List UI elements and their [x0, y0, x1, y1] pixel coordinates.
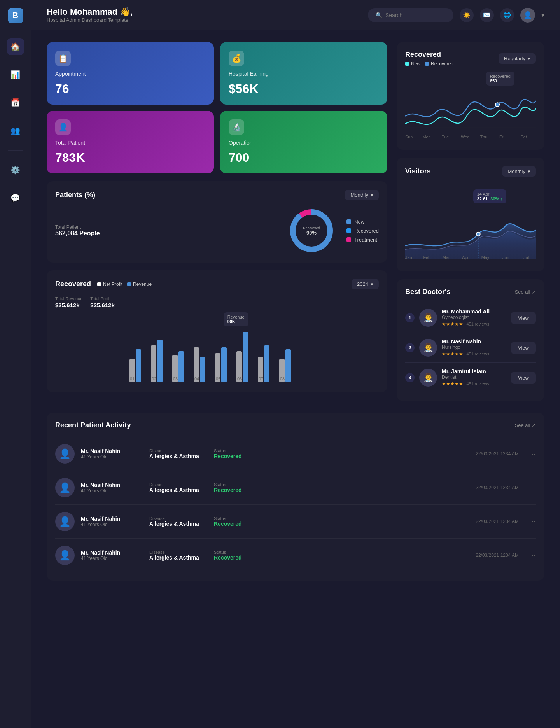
greeting-title: Hello Mohammad 👋,	[47, 7, 133, 17]
activity-row: 👤 Mr. Nasif Nahin 41 Years Old Disease A…	[55, 471, 536, 505]
header: Hello Mohammad 👋, Hospital Admin Dashboa…	[31, 0, 560, 30]
user-avatar[interactable]: 👤	[520, 8, 535, 23]
status-col-2: Status Recovered	[214, 482, 272, 493]
sun-icon[interactable]: ☀️	[460, 8, 474, 22]
sidebar-item-patients[interactable]: 👥	[7, 122, 24, 139]
chevron-down-icon[interactable]: ▾	[541, 11, 544, 19]
svg-text:Wed: Wed	[461, 135, 469, 139]
doctor-reviews-1: 451 reviews	[466, 322, 489, 326]
recovered-bar-dropdown[interactable]: 2024 ▾	[352, 279, 379, 289]
bar-legend: Net Profit Revenue	[97, 282, 152, 287]
see-all-doctors[interactable]: See all ↗	[515, 289, 536, 295]
svg-text:Sat: Sat	[520, 135, 527, 139]
best-doctors-panel: Best Doctor's See all ↗ 1 👨‍⚕️ Mr. Moham…	[397, 279, 544, 401]
svg-rect-8	[178, 351, 184, 382]
svg-rect-6	[157, 340, 163, 382]
more-btn-2[interactable]: ⋯	[529, 483, 536, 492]
svg-text:Jun: Jun	[502, 255, 509, 260]
total-revenue: Total Revenue $25,612k	[55, 296, 82, 308]
recovered-line-chart: Recovered 650 Sun Mon Tue W	[405, 74, 536, 141]
see-all-activity[interactable]: See all ↗	[515, 422, 536, 428]
view-doctor-3[interactable]: View	[511, 372, 536, 384]
earning-card: 💰 Hospital Earning $56K	[220, 42, 387, 105]
activity-title: Recent Patient Activity	[55, 421, 131, 429]
total-patient-value: 562,084 People	[55, 230, 276, 237]
legend-recovered: Recovered	[346, 228, 379, 234]
recovered-bar-panel: Recovered Net Profit Revenue	[47, 270, 387, 392]
recovered-line-panel: Recovered New Recovered	[397, 42, 544, 150]
doctor-avatar-2: 👨‍⚕️	[419, 339, 437, 357]
more-btn-3[interactable]: ⋯	[529, 517, 536, 526]
recovered-bar-header: Recovered Net Profit Revenue	[55, 279, 379, 289]
globe-icon[interactable]: 🌐	[500, 8, 514, 22]
sidebar-item-dashboard[interactable]: 📊	[7, 66, 24, 83]
svg-text:06: 06	[237, 376, 242, 381]
sidebar-item-messages[interactable]: 💬	[7, 189, 24, 206]
patients-dropdown[interactable]: Monthly ▾	[345, 190, 379, 200]
recovered-svg: Sun Mon Tue Wed Thu Fri Sat	[405, 74, 536, 140]
legend-new: New	[346, 219, 379, 225]
svg-rect-10	[200, 357, 205, 382]
patient-info: Total Patient 562,084 People	[55, 224, 276, 237]
search-box[interactable]: 🔍	[368, 8, 453, 22]
svg-text:Mar: Mar	[443, 255, 450, 260]
visitors-chart: 14 Apr 32.61 30% ↑	[405, 184, 536, 263]
svg-text:08: 08	[280, 376, 285, 381]
patient-avatar-1: 👤	[55, 444, 75, 464]
visitors-dropdown[interactable]: Monthly ▾	[502, 166, 536, 177]
bar-tooltip: Revenue 90K	[224, 312, 248, 326]
patient-avatar-3: 👤	[55, 512, 75, 531]
sidebar-item-home[interactable]: 🏠	[7, 38, 24, 55]
recovered-meta: Total Revenue $25,612k Total Profit $25,…	[55, 296, 379, 308]
timestamp-3: 22/03/2021 1234 AM	[476, 519, 519, 524]
recovered-line-dropdown[interactable]: Regularly ▾	[499, 53, 536, 64]
content-area: 📋 Appointment 76 💰 Hospital Earning $56K…	[31, 30, 560, 413]
disease-col-2: Disease Allergies & Asthma	[149, 482, 208, 493]
patient-age-4: 41 Years Old	[81, 556, 143, 561]
mail-icon[interactable]: ✉️	[480, 8, 494, 22]
bar-chart-svg: 01 02 03 04 05 06 07 08	[55, 312, 379, 382]
patient-details-1: Mr. Nasif Nahin 41 Years Old	[81, 448, 143, 460]
more-btn-1[interactable]: ⋯	[529, 450, 536, 458]
sidebar-item-settings[interactable]: ⚙️	[7, 161, 24, 178]
doctor-item: 1 👨‍⚕️ Mr. Mohammad Ali Gynecologist ★★★…	[405, 303, 536, 333]
svg-text:Apr: Apr	[462, 255, 469, 260]
svg-text:Fri: Fri	[499, 135, 504, 139]
pill-new: New	[405, 61, 420, 66]
stat-cards: 📋 Appointment 76 💰 Hospital Earning $56K…	[47, 42, 387, 173]
svg-text:Mon: Mon	[422, 135, 430, 139]
doctor-stars-1: ★★★★★	[442, 321, 463, 327]
activity-row: 👤 Mr. Nasif Nahin 41 Years Old Disease A…	[55, 437, 536, 471]
doctor-avatar-3: 👨‍⚕️	[419, 369, 437, 387]
visitors-panel: Visitors Monthly ▾ 14 Apr 32.61 30% ↑	[397, 158, 544, 271]
search-icon: 🔍	[376, 12, 382, 18]
patient-details-3: Mr. Nasif Nahin 41 Years Old	[81, 516, 143, 527]
patient-age-2: 41 Years Old	[81, 488, 143, 494]
svg-text:Sun: Sun	[405, 135, 413, 139]
best-doctors-title: Best Doctor's	[405, 288, 450, 296]
search-input[interactable]	[385, 12, 448, 18]
view-doctor-2[interactable]: View	[511, 342, 536, 354]
recovered-bar-title: Recovered	[55, 280, 91, 288]
header-right: 🔍 ☀️ ✉️ 🌐 👤 ▾	[368, 8, 544, 23]
svg-text:Feb: Feb	[423, 255, 430, 260]
svg-text:01: 01	[130, 376, 135, 381]
activity-header: Recent Patient Activity See all ↗	[55, 421, 536, 429]
more-btn-4[interactable]: ⋯	[529, 551, 536, 560]
svg-rect-12	[221, 347, 227, 382]
recovered-line-header: Recovered New Recovered	[405, 51, 536, 66]
header-greeting: Hello Mohammad 👋, Hospital Admin Dashboa…	[47, 7, 133, 23]
appointment-label: Appointment	[55, 71, 205, 77]
line-tooltip: Recovered 650	[486, 72, 514, 86]
svg-rect-18	[285, 349, 291, 382]
patient-name-3: Mr. Nasif Nahin	[81, 516, 143, 522]
best-doctors-header: Best Doctor's See all ↗	[405, 288, 536, 296]
recovered-line-legend: New Recovered	[405, 61, 453, 66]
view-doctor-1[interactable]: View	[511, 312, 536, 324]
activity-row: 👤 Mr. Nasif Nahin 41 Years Old Disease A…	[55, 505, 536, 539]
patient-avatar-2: 👤	[55, 478, 75, 497]
doctor-avatar-1: 👨‍⚕️	[419, 309, 437, 327]
visitors-tooltip: 14 Apr 32.61 30% ↑	[473, 189, 506, 203]
visitors-panel-header: Visitors Monthly ▾	[405, 166, 536, 177]
sidebar-item-calendar[interactable]: 📅	[7, 94, 24, 111]
